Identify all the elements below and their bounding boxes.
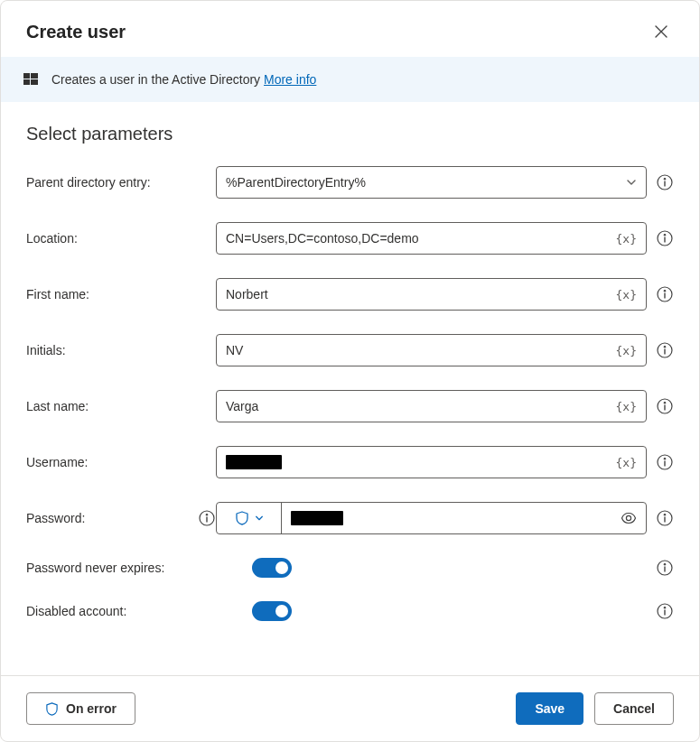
label-username: Username: [26,455,216,469]
cancel-button[interactable]: Cancel [594,692,674,725]
svg-point-25 [626,515,630,520]
toggle-disabled-account[interactable] [252,601,292,621]
field-disabled-account: Disabled account: [26,601,674,621]
label-last-name: Last name: [26,399,216,413]
label-disabled-account: Disabled account: [26,604,252,618]
input-password[interactable] [282,511,611,525]
label-initials: Initials: [26,343,216,357]
chevron-down-icon [626,177,637,188]
close-button[interactable] [649,19,674,44]
create-user-dialog: Create user Creates a user in the Active… [0,0,700,742]
close-icon [655,25,667,38]
reveal-password-button[interactable] [611,503,646,533]
svg-point-23 [206,514,208,515]
field-first-name: First name: {x} [26,278,674,311]
info-icon [657,603,673,619]
info-icon [657,510,673,526]
input-first-name-wrap: {x} [216,278,647,311]
info-icon [657,454,673,470]
help-first-name[interactable] [656,285,674,303]
svg-point-30 [664,563,666,565]
svg-point-5 [664,178,666,180]
field-last-name: Last name: {x} [26,390,674,422]
help-disabled-account[interactable] [656,602,674,620]
svg-rect-1 [31,73,38,79]
label-location: Location: [26,231,216,246]
input-last-name[interactable] [226,391,611,422]
svg-point-11 [664,290,666,292]
on-error-button[interactable]: On error [26,692,135,725]
info-icon [657,174,673,190]
svg-point-20 [664,458,666,459]
info-icon [657,230,673,246]
svg-point-8 [664,234,666,236]
field-parent-directory: Parent directory entry: %ParentDirectory… [26,166,674,199]
svg-point-17 [664,402,666,403]
dialog-footer: On error Save Cancel [1,675,699,741]
svg-rect-9 [664,237,665,243]
svg-point-33 [664,607,666,608]
windows-icon [23,71,39,88]
info-icon [657,560,673,576]
help-last-name[interactable] [656,397,674,415]
help-password[interactable] [656,509,674,527]
info-icon [199,510,215,526]
svg-rect-28 [664,517,665,523]
input-password-wrap [216,502,647,534]
svg-rect-15 [664,349,665,355]
select-parent-directory-value: %ParentDirectoryEntry% [226,175,366,190]
dialog-content: Select parameters Parent directory entry… [1,102,699,675]
info-icon [657,398,673,414]
label-password-never-expires: Password never expires: [26,561,252,575]
help-username[interactable] [656,453,674,471]
svg-rect-12 [664,293,665,299]
field-initials: Initials: {x} [26,334,674,366]
svg-rect-18 [664,405,665,411]
help-location[interactable] [656,229,674,247]
variable-picker-location[interactable]: {x} [611,232,637,246]
svg-rect-34 [664,610,665,616]
more-info-link[interactable]: More info [264,72,316,87]
input-username-wrap: {x} [216,446,647,478]
dialog-header: Create user [1,1,699,57]
svg-rect-2 [23,79,30,85]
svg-point-14 [664,346,666,348]
input-username-redacted[interactable] [226,455,282,469]
input-initials-wrap: {x} [216,334,647,366]
field-password-never-expires: Password never expires: [26,558,674,578]
variable-picker-initials[interactable]: {x} [611,344,637,357]
field-username: Username: {x} [26,446,674,478]
svg-rect-0 [23,73,30,79]
field-location: Location: {x} [26,222,674,255]
input-location-wrap: {x} [216,222,647,255]
svg-rect-21 [664,461,665,467]
info-banner: Creates a user in the Active Directory M… [1,57,699,102]
shield-icon [45,702,59,716]
help-parent-directory[interactable] [656,173,674,191]
variable-picker-last-name[interactable]: {x} [611,400,637,413]
svg-rect-24 [206,517,207,523]
help-password-label[interactable] [198,509,216,527]
banner-text: Creates a user in the Active Directory M… [51,72,316,87]
chevron-down-icon [255,514,264,523]
password-mode-button[interactable] [217,503,282,533]
input-first-name[interactable] [226,279,611,310]
shield-icon [235,511,249,525]
input-password-redacted [291,511,343,525]
input-location[interactable] [226,223,611,254]
variable-picker-first-name[interactable]: {x} [611,288,637,301]
toggle-password-never-expires[interactable] [252,558,292,578]
save-button[interactable]: Save [516,692,583,725]
svg-point-27 [664,514,666,515]
help-initials[interactable] [656,341,674,359]
help-password-never-expires[interactable] [656,559,674,577]
section-title: Select parameters [26,124,674,144]
input-initials[interactable] [226,335,611,366]
label-first-name: First name: [26,287,216,301]
info-icon [657,342,673,358]
info-icon [657,286,673,302]
variable-picker-username[interactable]: {x} [611,456,637,469]
label-password: Password: [26,509,216,527]
footer-right: Save Cancel [516,692,674,725]
select-parent-directory[interactable]: %ParentDirectoryEntry% [216,166,647,199]
